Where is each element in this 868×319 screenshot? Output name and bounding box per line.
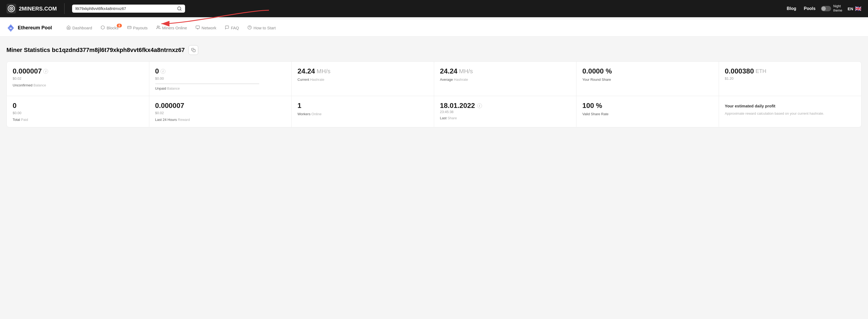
lang-text: EN [847, 6, 853, 11]
stat-card-average-hashrate: 24.24 MH/s Average Hashrate [434, 62, 577, 96]
night-theme-area: Night theme [821, 4, 842, 13]
header-divider [64, 3, 65, 14]
night-theme-toggle[interactable] [821, 6, 831, 11]
main-content: Miner Statistics bc1qzdnd377m8jl6t79xkph… [0, 37, 868, 136]
stat-card-estimated-profit: Your estimated daily profit Approximate … [719, 96, 862, 127]
estimated-profit-description: Approximate reward calculation based on … [725, 111, 856, 116]
pool-brand: Ethereum Pool [6, 24, 52, 32]
flag-icon: 🇬🇧 [855, 5, 862, 12]
logo-icon [6, 4, 16, 13]
average-hashrate-label: Average Hashrate [440, 78, 570, 82]
stat-card-valid-share-rate: 100 % Valid Share Rate [577, 96, 719, 127]
stat-card-unconfirmed-balance: 0.000007 i $0.02 Unconfirmed Balance [7, 62, 149, 96]
copy-address-button[interactable] [189, 45, 198, 55]
lang-area[interactable]: EN 🇬🇧 [847, 5, 862, 12]
stat-card-round-share: 0.0000 % Your Round Share [577, 62, 719, 96]
valid-share-rate-label: Valid Share Rate [582, 112, 713, 116]
stat-card-last24-reward: 0.000007 $0.02 Last 24 Hours Reward [149, 96, 292, 127]
last24-reward-label: Last 24 Hours Reward [155, 118, 286, 122]
last24-reward-value: 0.000007 [155, 102, 286, 110]
stat-card-workers-online: 1 Workers Online [291, 96, 434, 127]
subnav-label-dashboard: Dashboard [72, 26, 92, 30]
total-paid-usd: $0.00 [13, 111, 143, 115]
unconfirmed-balance-label: Unconfirmed Balance [13, 83, 143, 87]
unpaid-balance-usd: $0.00 [155, 77, 286, 81]
svg-rect-10 [127, 26, 131, 29]
total-paid-value: 0 [13, 102, 143, 110]
unpaid-balance-label: Unpaid Balance [155, 86, 286, 90]
subnav: Ethereum Pool Dashboard Blocks 8 Payouts [0, 19, 868, 37]
night-theme-label: Night theme [833, 4, 842, 13]
stat-card-unpaid-balance: 0 i $0.00 Unpaid Balance [149, 62, 292, 96]
dashboard-icon [66, 25, 71, 31]
current-hashrate-label: Current Hashrate [298, 78, 428, 82]
page-title-prefix: Miner Statistics [6, 47, 52, 53]
pool-name: Ethereum Pool [18, 25, 52, 31]
unpaid-balance-value: 0 i [155, 67, 286, 76]
blocks-badge: 8 [117, 24, 122, 27]
unconfirmed-balance-info-icon[interactable]: i [43, 69, 48, 74]
stat-card-last-share: 18.01.2022 i 23:45:38 Last Share [434, 96, 577, 127]
last-share-info-icon[interactable]: i [477, 104, 482, 108]
miner-address: bc1qzdnd377m8jl6t79xkph8vvt6fkx4a8ntrnxz… [52, 47, 185, 53]
unconfirmed-balance-usd: $0.02 [13, 77, 143, 81]
estimated-profit-title: Your estimated daily profit [725, 104, 856, 108]
blocks-icon [101, 25, 105, 31]
stat-card-total-paid: 0 $0.00 Total Paid [7, 96, 149, 127]
red-arrow [140, 7, 274, 29]
current-hashrate-value: 24.24 MH/s [298, 67, 428, 76]
subnav-item-blocks[interactable]: Blocks 8 [97, 23, 122, 33]
unpaid-balance-info-icon[interactable]: i [161, 69, 165, 74]
round-share-value: 0.0000 % [582, 67, 713, 76]
stats-grid: 0.000007 i $0.02 Unconfirmed Balance 0 i… [6, 61, 862, 127]
total-paid-label: Total Paid [13, 118, 143, 122]
unconfirmed-balance-value: 0.000007 i [13, 67, 143, 76]
stat-card-eth-balance: 0.000380 ETH $1.20 [719, 62, 862, 96]
svg-point-3 [11, 8, 12, 9]
eth-balance-value: 0.000380 ETH [725, 67, 856, 76]
unpaid-balance-progress [155, 83, 259, 84]
arrow-area [0, 17, 868, 19]
header: 2MINERS.COM Blog Pools Night theme EN 🇬🇧 [0, 0, 868, 17]
valid-share-rate-value: 100 % [582, 102, 713, 110]
last-share-time: 23:45:38 [440, 110, 570, 114]
svg-rect-18 [193, 50, 195, 52]
logo-text: 2MINERS.COM [19, 6, 57, 12]
average-hashrate-value: 24.24 MH/s [440, 67, 570, 76]
page-title: Miner Statistics bc1qzdnd377m8jl6t79xkph… [6, 47, 185, 54]
round-share-label: Your Round Share [582, 78, 713, 82]
last-share-label: Last Share [440, 116, 570, 120]
workers-online-label: Workers Online [298, 112, 428, 116]
page-title-area: Miner Statistics bc1qzdnd377m8jl6t79xkph… [6, 45, 862, 55]
logo-area: 2MINERS.COM [6, 4, 57, 13]
blog-link[interactable]: Blog [787, 6, 797, 11]
pools-link[interactable]: Pools [804, 6, 815, 11]
header-nav: Blog Pools [787, 6, 815, 11]
eth-diamond-icon [6, 24, 15, 32]
toggle-knob [822, 6, 826, 11]
copy-icon [191, 48, 195, 52]
last-share-date: 18.01.2022 i [440, 102, 570, 110]
workers-online-value: 1 [298, 102, 428, 110]
stat-card-current-hashrate: 24.24 MH/s Current Hashrate [291, 62, 434, 96]
subnav-item-dashboard[interactable]: Dashboard [63, 23, 96, 33]
payouts-icon [127, 25, 131, 31]
last24-reward-usd: $0.02 [155, 111, 286, 115]
eth-balance-usd: $1.20 [725, 77, 856, 81]
